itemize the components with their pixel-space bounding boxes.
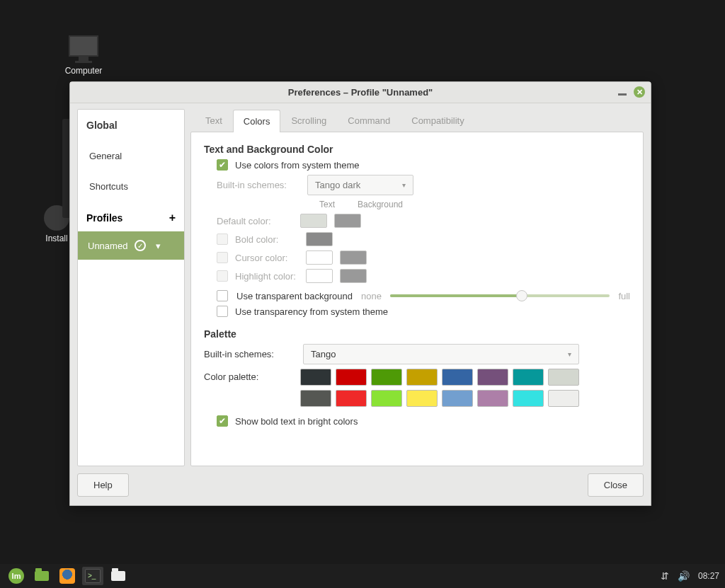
builtin-schemes-select[interactable]: Tango dark ▾ bbox=[307, 175, 413, 195]
preferences-window: Preferences – Profile "Unnamed" ✕ Global… bbox=[69, 81, 651, 506]
tab-bar: Text Colors Scrolling Command Compatibil… bbox=[190, 109, 644, 132]
palette-swatch-3[interactable] bbox=[406, 369, 438, 386]
builtin-schemes-row: Built-in schemes: Tango dark ▾ bbox=[204, 175, 630, 195]
chevron-down-icon: ▾ bbox=[402, 181, 406, 189]
color-columns-header: Text Background bbox=[204, 200, 630, 209]
highlight-bg-color-swatch[interactable] bbox=[340, 269, 367, 283]
highlight-text-color-swatch[interactable] bbox=[306, 269, 333, 283]
taskbar-files[interactable] bbox=[108, 567, 129, 585]
cursor-color-row: Cursor color: bbox=[204, 250, 630, 265]
highlight-color-row: Highlight color: bbox=[204, 269, 630, 283]
colors-panel: Text and Background Color ✔ Use colors f… bbox=[190, 132, 644, 466]
palette-swatch-15[interactable] bbox=[548, 390, 579, 407]
cursor-bg-color-swatch[interactable] bbox=[340, 250, 367, 265]
default-bg-color-swatch[interactable] bbox=[334, 214, 361, 228]
close-button[interactable]: Close bbox=[588, 473, 644, 497]
palette-swatch-5[interactable] bbox=[477, 369, 508, 386]
bold-color-checkbox[interactable] bbox=[217, 234, 228, 245]
use-system-theme-label: Use colors from system theme bbox=[235, 160, 360, 171]
volume-icon[interactable]: 🔊 bbox=[678, 570, 690, 582]
taskbar: lm >_ ⇵ 🔊 08:27 bbox=[0, 564, 725, 588]
palette-swatch-11[interactable] bbox=[406, 390, 438, 407]
palette-swatch-10[interactable] bbox=[371, 390, 402, 407]
tab-compatibility[interactable]: Compatibility bbox=[401, 109, 474, 132]
help-button[interactable]: Help bbox=[77, 473, 129, 497]
desktop-icon-computer[interactable]: Computer bbox=[55, 35, 112, 76]
palette-row: Color palette: bbox=[204, 369, 630, 407]
menu-button[interactable]: lm bbox=[6, 567, 27, 585]
palette-swatch-0[interactable] bbox=[300, 369, 331, 386]
palette-swatch-1[interactable] bbox=[336, 369, 367, 386]
window-minimize-button[interactable] bbox=[618, 93, 627, 96]
tab-colors[interactable]: Colors bbox=[233, 110, 281, 132]
window-title: Preferences – Profile "Unnamed" bbox=[288, 87, 433, 98]
window-footer: Help Close bbox=[70, 466, 651, 505]
cursor-text-color-swatch[interactable] bbox=[306, 250, 333, 265]
taskbar-firefox[interactable] bbox=[57, 567, 78, 585]
transparency-slider[interactable] bbox=[390, 294, 610, 297]
transparency-system-checkbox[interactable] bbox=[217, 306, 228, 317]
palette-swatch-2[interactable] bbox=[371, 369, 402, 386]
add-profile-button[interactable]: + bbox=[169, 212, 176, 224]
palette-builtin-select[interactable]: Tango ▾ bbox=[303, 344, 579, 364]
taskbar-clock[interactable]: 08:27 bbox=[698, 571, 719, 581]
files-icon bbox=[111, 571, 125, 581]
palette-swatch-14[interactable] bbox=[513, 390, 544, 407]
profile-menu-caret[interactable]: ▾ bbox=[156, 241, 161, 251]
bold-color-row: Bold color: bbox=[204, 232, 630, 246]
preferences-sidebar: Global General Shortcuts Profiles + Unna… bbox=[77, 109, 185, 466]
highlight-color-checkbox[interactable] bbox=[217, 270, 228, 282]
desktop-icon-label: Computer bbox=[55, 66, 112, 76]
palette-section-title: Palette bbox=[204, 328, 630, 340]
taskbar-show-desktop[interactable] bbox=[31, 567, 52, 585]
bold-bright-checkbox[interactable]: ✔ bbox=[217, 415, 228, 427]
slider-thumb[interactable] bbox=[516, 290, 527, 301]
builtin-schemes-label: Built-in schemes: bbox=[217, 180, 300, 190]
window-close-button[interactable]: ✕ bbox=[634, 86, 645, 98]
preferences-content: Text Colors Scrolling Command Compatibil… bbox=[190, 109, 644, 466]
network-icon[interactable]: ⇵ bbox=[661, 570, 669, 582]
default-text-color-swatch[interactable] bbox=[300, 214, 327, 228]
bold-bright-row: ✔ Show bold text in bright colors bbox=[204, 415, 630, 427]
palette-swatch-12[interactable] bbox=[442, 390, 473, 407]
tab-scrolling[interactable]: Scrolling bbox=[280, 109, 337, 132]
chevron-down-icon: ▾ bbox=[568, 350, 571, 358]
sidebar-global-header: Global bbox=[78, 110, 184, 141]
palette-swatch-6[interactable] bbox=[513, 369, 544, 386]
sidebar-item-shortcuts[interactable]: Shortcuts bbox=[78, 171, 184, 202]
default-color-row: Default color: bbox=[204, 214, 630, 228]
palette-swatch-7[interactable] bbox=[548, 369, 579, 386]
sidebar-profile-unnamed[interactable]: Unnamed ✓ ▾ bbox=[78, 231, 184, 260]
palette-swatch-8[interactable] bbox=[300, 390, 331, 407]
terminal-icon: >_ bbox=[85, 569, 101, 583]
palette-grid bbox=[300, 369, 579, 407]
palette-swatch-4[interactable] bbox=[442, 369, 473, 386]
folder-icon bbox=[35, 571, 49, 581]
taskbar-terminal[interactable]: >_ bbox=[82, 567, 103, 585]
transparency-system-row: Use transparency from system theme bbox=[204, 306, 630, 317]
palette-swatch-9[interactable] bbox=[336, 390, 367, 407]
cursor-color-checkbox[interactable] bbox=[217, 252, 228, 263]
profile-status-icon: ✓ bbox=[135, 240, 146, 251]
mint-logo-icon: lm bbox=[8, 568, 24, 584]
use-system-theme-checkbox[interactable]: ✔ bbox=[217, 159, 228, 171]
monitor-icon bbox=[69, 35, 98, 57]
profile-label: Unnamed bbox=[88, 241, 127, 251]
palette-builtin-row: Built-in schemes: Tango ▾ bbox=[204, 344, 630, 364]
bold-text-color-swatch[interactable] bbox=[306, 232, 333, 246]
use-system-theme-row: ✔ Use colors from system theme bbox=[204, 159, 630, 171]
transparent-bg-row: Use transparent background none full bbox=[204, 290, 630, 301]
transparent-bg-checkbox[interactable] bbox=[217, 290, 228, 301]
sidebar-profiles-header: Profiles + bbox=[78, 202, 184, 231]
firefox-icon bbox=[59, 568, 75, 584]
tab-command[interactable]: Command bbox=[337, 109, 401, 132]
text-bg-section-title: Text and Background Color bbox=[204, 144, 630, 155]
sidebar-item-general[interactable]: General bbox=[78, 141, 184, 171]
tab-text[interactable]: Text bbox=[195, 109, 233, 132]
palette-swatch-13[interactable] bbox=[477, 390, 508, 407]
window-titlebar[interactable]: Preferences – Profile "Unnamed" ✕ bbox=[70, 82, 651, 103]
